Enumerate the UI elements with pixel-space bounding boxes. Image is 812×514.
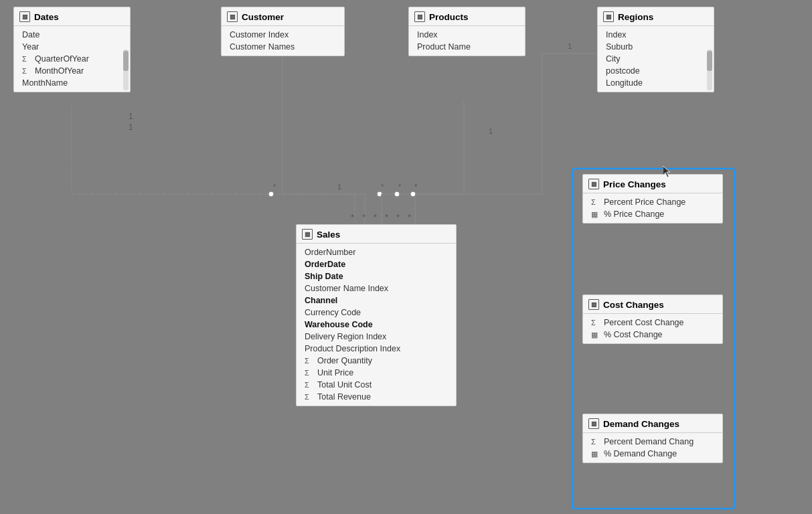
customer-index-label: Customer Index — [230, 30, 289, 39]
sales-row-totalunitcost[interactable]: Σ Total Unit Cost — [297, 379, 456, 391]
customer-title: Customer — [242, 12, 284, 22]
regions-index-label: Index — [606, 30, 627, 39]
customer-table-icon: ▦ — [227, 11, 238, 22]
sales-currencycode-label: Currency Code — [305, 308, 361, 317]
svg-text:*: * — [396, 212, 400, 222]
cost-changes-header: ▦ Cost Changes — [583, 295, 722, 314]
customer-body: Customer Index Customer Names — [222, 26, 344, 56]
sales-row-ordernumber[interactable]: OrderNumber — [297, 246, 456, 258]
products-row-index[interactable]: Index — [409, 29, 525, 41]
dates-title: Dates — [34, 12, 59, 22]
sigma-icon: Σ — [22, 55, 31, 63]
regions-row-longitude[interactable]: Longitude — [598, 77, 704, 89]
demand-changes-row-pct[interactable]: ▦ % Demand Change — [583, 448, 722, 460]
sigma-icon-8: Σ — [591, 319, 600, 327]
price-changes-row-pct[interactable]: ▦ % Price Change — [583, 208, 722, 220]
dates-row-quarterofyear[interactable]: Σ QuarterOfYear — [14, 53, 120, 65]
regions-title: Regions — [618, 12, 653, 22]
sigma-icon-6: Σ — [305, 393, 314, 401]
regions-table: ▦ Regions Index Suburb City postcode Lon… — [597, 7, 714, 92]
products-body: Index Product Name — [409, 26, 525, 56]
svg-point-17 — [394, 191, 400, 197]
customer-table: ▦ Customer Customer Index Customer Names — [221, 7, 345, 56]
regions-scrollbar[interactable] — [707, 50, 712, 90]
demand-changes-table: ▦ Demand Changes Σ Percent Demand Chang … — [582, 414, 723, 463]
sigma-icon-3: Σ — [305, 357, 314, 365]
sales-row-customernameindex[interactable]: Customer Name Index — [297, 282, 456, 294]
cost-changes-table-icon: ▦ — [588, 299, 599, 310]
svg-text:*: * — [273, 183, 276, 191]
svg-point-24 — [410, 191, 416, 197]
sigma-icon-7: Σ — [591, 198, 600, 206]
svg-text:*: * — [385, 212, 388, 222]
price-changes-pct-label: % Price Change — [604, 209, 664, 219]
dates-row-date[interactable]: Date — [14, 29, 120, 41]
dates-row-monthofyear[interactable]: Σ MonthOfYear — [14, 65, 120, 77]
sales-customernameindex-label: Customer Name Index — [305, 284, 388, 293]
regions-postcode-label: postcode — [606, 66, 640, 76]
dates-body: Date Year Σ QuarterOfYear Σ MonthOfYear … — [14, 26, 130, 92]
sales-row-deliveryregionindex[interactable]: Delivery Region Index — [297, 331, 456, 343]
price-changes-header: ▦ Price Changes — [583, 175, 722, 193]
sales-title: Sales — [317, 230, 340, 240]
sales-row-productdescriptionindex[interactable]: Product Description Index — [297, 343, 456, 355]
sales-row-warehousecode[interactable]: Warehouse Code — [297, 319, 456, 331]
products-table: ▦ Products Index Product Name — [408, 7, 525, 56]
sales-row-totalrevenue[interactable]: Σ Total Revenue — [297, 391, 456, 403]
sales-header: ▦ Sales — [297, 225, 456, 244]
sales-row-orderdate[interactable]: OrderDate — [297, 258, 456, 270]
sales-warehousecode-label: Warehouse Code — [305, 320, 373, 329]
price-changes-percent-label: Percent Price Change — [604, 197, 685, 207]
sales-row-orderquantity[interactable]: Σ Order Quantity — [297, 355, 456, 367]
regions-row-postcode[interactable]: postcode — [598, 65, 704, 77]
customer-names-label: Customer Names — [230, 42, 295, 52]
dates-row-year[interactable]: Year — [14, 41, 120, 53]
sales-row-channel[interactable]: Channel — [297, 294, 456, 307]
svg-point-5 — [268, 191, 274, 197]
dates-monthofyear-label: MonthOfYear — [35, 66, 84, 76]
demand-changes-row-percent[interactable]: Σ Percent Demand Chang — [583, 436, 722, 448]
sales-orderdate-label: OrderDate — [305, 260, 345, 269]
cost-changes-row-percent[interactable]: Σ Percent Cost Change — [583, 317, 722, 329]
demand-changes-body: Σ Percent Demand Chang ▦ % Demand Change — [583, 433, 722, 462]
customer-row-names[interactable]: Customer Names — [222, 41, 344, 53]
sales-unitprice-label: Unit Price — [317, 368, 353, 377]
dates-scrollbar[interactable] — [123, 50, 129, 90]
sales-row-currencycode[interactable]: Currency Code — [297, 307, 456, 319]
cost-changes-row-pct[interactable]: ▦ % Cost Change — [583, 329, 722, 341]
sales-deliveryregionindex-label: Delivery Region Index — [305, 332, 386, 341]
regions-row-suburb[interactable]: Suburb — [598, 41, 704, 53]
sales-body: OrderNumber OrderDate Ship Date Customer… — [297, 244, 456, 406]
price-changes-table: ▦ Price Changes Σ Percent Price Change ▦… — [582, 174, 723, 224]
regions-row-city[interactable]: City — [598, 53, 704, 65]
regions-row-index[interactable]: Index — [598, 29, 704, 41]
sigma-icon-5: Σ — [305, 381, 314, 389]
svg-text:*: * — [381, 183, 384, 191]
dates-table: ▦ Dates Date Year Σ QuarterOfYear Σ Mont… — [13, 7, 131, 92]
dates-monthname-label: MonthName — [22, 78, 68, 88]
demand-changes-percent-label: Percent Demand Chang — [604, 437, 694, 446]
svg-text:*: * — [414, 183, 418, 191]
regions-suburb-label: Suburb — [606, 42, 633, 52]
cost-changes-body: Σ Percent Cost Change ▦ % Cost Change — [583, 314, 722, 343]
dates-quarterofyear-label: QuarterOfYear — [35, 54, 89, 64]
svg-text:1: 1 — [129, 122, 133, 132]
sales-row-shipdate[interactable]: Ship Date — [297, 270, 456, 282]
sales-ordernumber-label: OrderNumber — [305, 248, 355, 257]
sigma-icon-2: Σ — [22, 67, 31, 75]
dates-year-label: Year — [22, 42, 39, 52]
dates-row-monthname[interactable]: MonthName — [14, 77, 120, 89]
sigma-icon-9: Σ — [591, 438, 600, 446]
demand-changes-header: ▦ Demand Changes — [583, 414, 722, 433]
sales-row-unitprice[interactable]: Σ Unit Price — [297, 367, 456, 379]
products-name-label: Product Name — [417, 42, 471, 52]
cost-changes-pct-label: % Cost Change — [604, 330, 663, 339]
price-changes-title: Price Changes — [603, 179, 666, 189]
customer-row-index[interactable]: Customer Index — [222, 29, 344, 41]
price-changes-row-percent[interactable]: Σ Percent Price Change — [583, 196, 722, 208]
products-row-name[interactable]: Product Name — [409, 41, 525, 53]
cost-changes-title: Cost Changes — [603, 300, 664, 310]
regions-table-icon: ▦ — [603, 11, 614, 22]
demand-changes-pct-label: % Demand Change — [604, 449, 677, 458]
regions-longitude-label: Longitude — [606, 78, 643, 88]
